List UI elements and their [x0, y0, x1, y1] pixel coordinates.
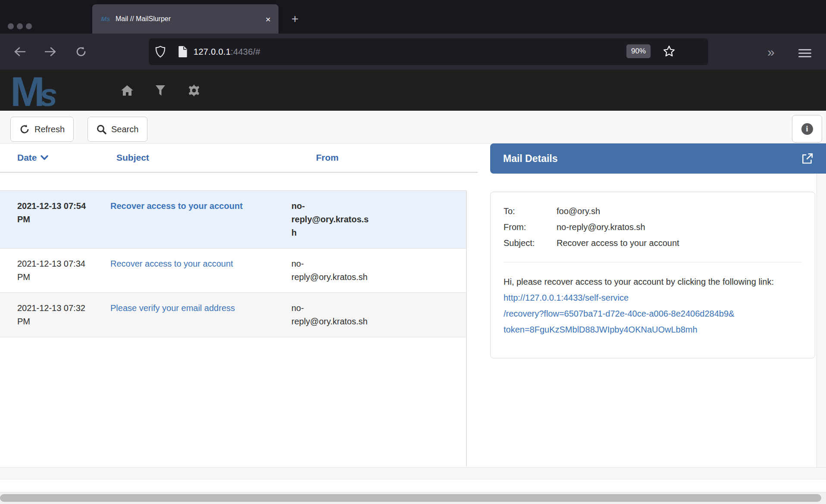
to-label: To:: [504, 203, 557, 219]
list-toolbar: Refresh Search i: [0, 111, 826, 143]
info-icon: i: [801, 123, 813, 135]
bookmark-star-icon[interactable]: [663, 45, 676, 58]
tab-favicon-icon: Ms: [101, 14, 110, 24]
mail-row-from: no-reply@ory.kratos.sh: [285, 302, 379, 328]
main-content: Date Subject From 2021-12-13 07:54 PMRec…: [0, 143, 826, 467]
page-info-icon[interactable]: [178, 46, 188, 58]
mailslurper-logo: Ms: [10, 68, 57, 115]
search-label: Search: [111, 124, 138, 134]
refresh-icon: [19, 124, 30, 134]
mail-row-from: no-reply@ory.kratos.sh: [285, 257, 379, 284]
mail-body-text: Hi, please recover access to your accoun…: [504, 277, 774, 286]
sort-desc-icon: [41, 155, 48, 160]
new-tab-button[interactable]: +: [291, 12, 298, 26]
mail-row[interactable]: 2021-12-13 07:54 PMRecover access to you…: [0, 191, 466, 249]
tab-title: Mail // MailSlurper: [116, 15, 266, 23]
mail-row-subject-link[interactable]: Recover access to your account: [110, 201, 243, 211]
column-header-from[interactable]: From: [285, 152, 379, 163]
footer-strip-2: [0, 479, 826, 492]
mail-rows-container: 2021-12-13 07:54 PMRecover access to you…: [0, 190, 467, 467]
mail-details-title: Mail Details: [503, 153, 801, 165]
home-icon[interactable]: [121, 70, 134, 111]
footer-strip: [0, 467, 826, 479]
mail-list-header: Date Subject From: [0, 143, 478, 173]
back-button[interactable]: [10, 34, 29, 70]
horizontal-scrollbar[interactable]: [0, 492, 826, 504]
mail-row-subject-link[interactable]: Please verify your email address: [110, 303, 235, 313]
from-value: no-reply@ory.kratos.sh: [557, 219, 645, 235]
column-header-subject[interactable]: Subject: [110, 152, 285, 163]
mail-body: Hi, please recover access to your accoun…: [504, 274, 783, 338]
mail-row-subject-link[interactable]: Recover access to your account: [110, 259, 233, 268]
url-bar[interactable]: 127.0.0.1:4436/# 90%: [149, 38, 708, 65]
mail-row[interactable]: 2021-12-13 07:32 PMPlease verify your em…: [0, 293, 466, 337]
shield-icon[interactable]: [155, 46, 166, 58]
subject-value: Recover access to your account: [557, 235, 679, 251]
tab-close-icon[interactable]: ×: [266, 15, 271, 24]
mail-details-header: Mail Details: [490, 143, 826, 174]
to-value: foo@ory.sh: [557, 203, 600, 219]
browser-navbar: 127.0.0.1:4436/# 90% »: [0, 34, 826, 70]
mail-row-date: 2021-12-13 07:54 PM: [0, 199, 110, 240]
mail-row[interactable]: 2021-12-13 07:34 PMRecover access to you…: [0, 249, 466, 293]
url-text: 127.0.0.1:4436/#: [194, 47, 260, 57]
column-header-date[interactable]: Date: [0, 152, 110, 163]
search-icon: [97, 124, 106, 134]
menu-button[interactable]: [798, 47, 811, 59]
forward-button[interactable]: [41, 34, 60, 70]
app-header: Ms: [0, 70, 826, 111]
zoom-level-badge[interactable]: 90%: [626, 44, 651, 58]
reload-button[interactable]: [72, 34, 91, 70]
mail-row-date: 2021-12-13 07:32 PM: [0, 302, 110, 328]
from-label: From:: [504, 219, 557, 235]
refresh-label: Refresh: [34, 124, 65, 134]
mail-row-date: 2021-12-13 07:34 PM: [0, 257, 110, 284]
mail-row-from: no-reply@ory.kratos.sh: [285, 199, 379, 240]
info-button[interactable]: i: [792, 115, 822, 143]
browser-tab[interactable]: Ms Mail // MailSlurper ×: [92, 4, 278, 34]
filter-icon[interactable]: [155, 70, 166, 111]
browser-tab-strip: Ms Mail // MailSlurper × +: [0, 0, 826, 34]
mail-detail-card: To:foo@ory.sh From:no-reply@ory.kratos.s…: [490, 192, 815, 358]
recovery-link[interactable]: http://127.0.0.1:4433/self-service/recov…: [504, 293, 734, 334]
open-external-icon[interactable]: [801, 153, 813, 165]
detail-divider: [504, 262, 802, 262]
settings-gear-icon[interactable]: [188, 70, 200, 111]
window-controls[interactable]: [8, 23, 32, 29]
mail-list-panel: Date Subject From 2021-12-13 07:54 PMRec…: [0, 143, 478, 467]
search-button[interactable]: Search: [88, 117, 147, 142]
scrollbar-thumb[interactable]: [0, 494, 821, 502]
toolbar-overflow-icon[interactable]: »: [767, 45, 774, 59]
subject-label: Subject:: [504, 235, 557, 251]
refresh-button[interactable]: Refresh: [10, 117, 74, 142]
